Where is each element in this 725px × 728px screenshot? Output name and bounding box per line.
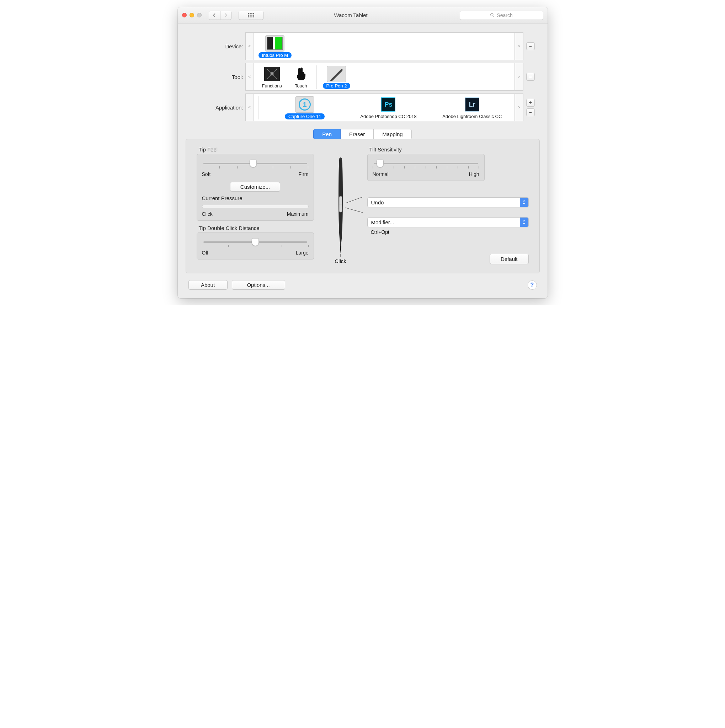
upper-button-value: Undo xyxy=(368,198,520,207)
top-selectors: Device: < Intuos Pro M > − Tool: < Funct… xyxy=(178,23,548,128)
tilt-max-label: High xyxy=(469,171,479,177)
svg-line-1 xyxy=(493,16,494,17)
separator xyxy=(258,96,259,119)
left-column: Tip Feel Soft Firm Customize... Current … xyxy=(197,147,314,264)
chevron-right-icon xyxy=(224,13,228,17)
tilt-sensitivity-slider[interactable] xyxy=(374,163,478,164)
tool-scroll-left[interactable]: < xyxy=(245,63,254,91)
tool-item-touch[interactable]: Touch xyxy=(289,66,313,89)
tool-item-label: Touch xyxy=(291,83,311,89)
search-icon xyxy=(490,13,495,17)
tilt-min-label: Normal xyxy=(373,171,389,177)
application-item-label: Adobe Photoshop CC 2018 xyxy=(356,113,420,119)
double-click-slider[interactable] xyxy=(203,242,307,243)
tool-remove-button[interactable]: − xyxy=(526,73,535,81)
double-click-min-label: Off xyxy=(202,250,208,255)
dropdown-arrow-icon xyxy=(520,198,528,207)
traffic-lights xyxy=(182,13,202,17)
tool-label: Tool: xyxy=(181,74,245,80)
dropdown-arrow-icon xyxy=(520,217,528,227)
tilt-sensitivity-panel: Normal High xyxy=(367,154,485,181)
device-item-intuos-pro-m[interactable]: Intuos Pro M xyxy=(256,35,294,58)
customize-button[interactable]: Customize... xyxy=(230,182,280,191)
device-remove-button[interactable]: − xyxy=(526,42,535,50)
touch-hand-icon xyxy=(295,67,306,81)
application-label: Application: xyxy=(181,104,245,110)
connector-line-lower xyxy=(345,208,362,215)
tool-scroll-right[interactable]: > xyxy=(515,63,523,91)
tip-feel-panel: Soft Firm Customize... Current Pressure … xyxy=(197,154,314,221)
svg-line-6 xyxy=(345,197,362,203)
pressure-min-label: Click xyxy=(202,211,213,217)
window-title: Wacom Tablet xyxy=(246,12,456,18)
lower-button-value: Modifier... xyxy=(368,217,520,227)
zoom-window-button[interactable] xyxy=(197,13,202,17)
help-button[interactable]: ? xyxy=(528,280,537,290)
tool-item-label: Functions xyxy=(258,83,286,89)
device-item-label: Intuos Pro M xyxy=(258,52,292,58)
double-click-max-label: Large xyxy=(296,250,309,255)
lightroom-icon: Lr xyxy=(465,97,479,112)
device-list: Intuos Pro M xyxy=(254,32,515,60)
upper-button-dropdown[interactable]: Undo xyxy=(367,197,529,207)
application-scroll-left[interactable]: < xyxy=(245,93,254,121)
pen-tip-label: Click xyxy=(335,258,346,264)
tip-feel-slider[interactable] xyxy=(203,163,307,164)
forward-button[interactable] xyxy=(220,11,231,20)
right-column: Tilt Sensitivity Normal High Undo xyxy=(367,147,529,264)
pen-illustration: Click xyxy=(319,147,362,264)
tab-mapping[interactable]: Mapping xyxy=(374,129,412,139)
application-add-button[interactable]: + xyxy=(526,99,535,107)
lower-button-dropdown[interactable]: Modifier... xyxy=(367,217,529,227)
application-list: 1 Capture One 11 Ps Adobe Photoshop CC 2… xyxy=(254,93,515,121)
application-item-capture-one[interactable]: 1 Capture One 11 xyxy=(265,96,345,119)
tip-feel-max-label: Firm xyxy=(299,171,309,177)
tool-item-pro-pen-2[interactable]: Pro Pen 2 xyxy=(321,66,353,89)
svg-point-0 xyxy=(491,14,493,16)
application-item-photoshop[interactable]: Ps Adobe Photoshop CC 2018 xyxy=(349,96,428,119)
tool-list: Functions Touch Pro Pen 2 xyxy=(254,63,515,91)
stylus-icon xyxy=(329,66,344,81)
double-click-panel: Off Large xyxy=(197,232,314,260)
tip-feel-title: Tip Feel xyxy=(199,147,314,153)
capture-one-icon: 1 xyxy=(299,98,311,110)
preferences-window: Wacom Tablet Search Device: < Intuos Pro… xyxy=(178,7,548,298)
intuos-tablet-icon xyxy=(267,37,283,50)
back-button[interactable] xyxy=(209,11,220,20)
tab-eraser[interactable]: Eraser xyxy=(341,129,374,139)
tool-row: Tool: < Functions Touch xyxy=(181,63,537,91)
default-button[interactable]: Default xyxy=(489,254,529,264)
application-item-label: Adobe Lightroom Classic CC xyxy=(439,113,505,119)
application-remove-button[interactable]: − xyxy=(526,109,535,116)
pressure-bar xyxy=(202,205,309,208)
minimize-window-button[interactable] xyxy=(190,13,194,17)
separator xyxy=(317,66,317,89)
tool-item-label: Pro Pen 2 xyxy=(323,83,350,89)
functions-icon xyxy=(264,67,280,81)
options-button[interactable]: Options... xyxy=(232,280,285,290)
photoshop-icon: Ps xyxy=(381,97,395,112)
application-item-lightroom[interactable]: Lr Adobe Lightroom Classic CC xyxy=(432,96,512,119)
application-item-label: Capture One 11 xyxy=(285,113,325,119)
device-scroll-left[interactable]: < xyxy=(245,32,254,60)
search-placeholder: Search xyxy=(497,12,512,18)
tab-pen[interactable]: Pen xyxy=(313,129,341,139)
tilt-sensitivity-title: Tilt Sensitivity xyxy=(369,147,529,153)
titlebar: Wacom Tablet Search xyxy=(178,7,548,23)
pen-settings-panel: Tip Feel Soft Firm Customize... Current … xyxy=(186,139,540,273)
close-window-button[interactable] xyxy=(182,13,187,17)
current-pressure-title: Current Pressure xyxy=(202,195,309,201)
search-field[interactable]: Search xyxy=(460,11,543,20)
application-scroll-right[interactable]: > xyxy=(515,93,523,121)
pressure-max-label: Maximum xyxy=(287,211,309,217)
tool-item-functions[interactable]: Functions xyxy=(256,66,288,89)
svg-line-7 xyxy=(345,208,362,213)
device-scroll-right[interactable]: > xyxy=(515,32,523,60)
settings-tabs: Pen Eraser Mapping xyxy=(313,129,411,139)
device-row: Device: < Intuos Pro M > − xyxy=(181,32,537,60)
chevron-left-icon xyxy=(213,13,216,17)
double-click-title: Tip Double Click Distance xyxy=(199,225,314,231)
about-button[interactable]: About xyxy=(188,280,228,290)
connector-line-upper xyxy=(345,197,362,208)
application-row: Application: < 1 Capture One 11 Ps Adobe… xyxy=(181,93,537,121)
